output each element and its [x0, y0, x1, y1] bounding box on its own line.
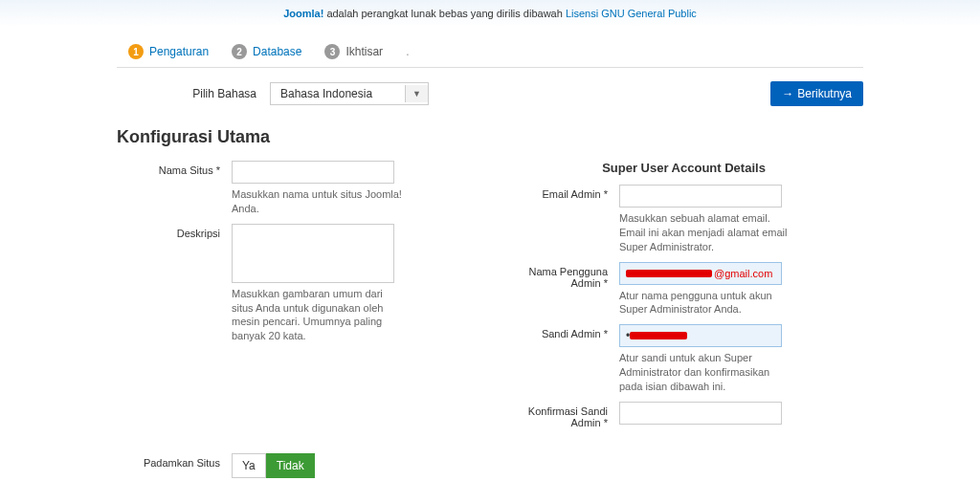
admin-email-label: Email Admin *	[504, 185, 619, 200]
joomla-brand-link[interactable]: Joomla!	[283, 8, 323, 19]
site-name-input[interactable]	[232, 161, 394, 184]
admin-username-label: Nama Pengguna Admin *	[504, 262, 619, 289]
language-label: Pilih Bahasa	[117, 87, 270, 100]
language-select[interactable]: Bahasa Indonesia ▼	[270, 82, 429, 105]
language-value: Bahasa Indonesia	[271, 83, 405, 104]
site-offline-toggle[interactable]: Ya Tidak	[232, 453, 315, 478]
site-offline-label: Padamkan Situs	[117, 453, 232, 469]
description-help: Masukkan gambaran umum dari situs Anda u…	[232, 287, 404, 343]
site-name-label: Nama Situs *	[117, 161, 232, 176]
next-button-top[interactable]: → Berikutnya	[770, 81, 863, 106]
admin-email-help: Masukkan sebuah alamat email. Email ini …	[619, 211, 791, 254]
admin-email-input[interactable]	[619, 185, 782, 208]
topbar-text: adalah perangkat lunak bebas yang dirili…	[323, 8, 566, 19]
admin-username-help: Atur nama pengguna untuk akun Super Admi…	[619, 289, 791, 317]
admin-confirm-password-input[interactable]	[619, 402, 782, 425]
toggle-ya[interactable]: Ya	[232, 453, 266, 478]
admin-password-input[interactable]: •	[619, 324, 782, 347]
admin-password-label: Sandi Admin *	[504, 324, 619, 339]
description-label: Deskripsi	[117, 224, 232, 239]
tab-pengaturan[interactable]: 1 Pengaturan	[117, 36, 220, 67]
step-tabs: 1 Pengaturan 2 Database 3 Ikhtisar .	[117, 36, 863, 68]
admin-username-input[interactable]: @gmail.com	[619, 262, 782, 285]
tab-label-1: Pengaturan	[149, 45, 209, 58]
next-button-top-label: Berikutnya	[797, 87, 852, 100]
super-user-header: Super User Account Details	[504, 161, 863, 175]
redacted-password	[630, 332, 687, 339]
tab-num-1: 1	[128, 44, 144, 59]
toggle-tidak[interactable]: Tidak	[266, 453, 315, 478]
arrow-right-icon: →	[782, 87, 793, 100]
tab-label-2: Database	[253, 45, 301, 58]
description-textarea[interactable]	[232, 224, 394, 283]
tab-num-2: 2	[232, 44, 247, 59]
license-link[interactable]: Lisensi GNU General Public	[566, 8, 697, 19]
redacted-username	[626, 270, 712, 277]
admin-password-help: Atur sandi untuk akun Super Administrato…	[619, 351, 791, 394]
tab-ikhtisar[interactable]: 3 Ikhtisar	[313, 36, 394, 67]
tab-label-3: Ikhtisar	[345, 45, 383, 58]
chevron-down-icon[interactable]: ▼	[405, 85, 428, 102]
admin-confirm-password-label: Konfirmasi Sandi Admin *	[504, 402, 619, 428]
tab-num-3: 3	[324, 44, 340, 59]
tab-database[interactable]: 2 Database	[220, 36, 313, 67]
site-name-help: Masukkan nama untuk situs Joomla! Anda.	[232, 187, 404, 216]
page-title: Konfigurasi Utama	[117, 127, 863, 147]
username-suffix: @gmail.com	[714, 268, 772, 279]
top-license-bar: Joomla! adalah perangkat lunak bebas yan…	[0, 0, 980, 27]
tab-extra-dot: .	[394, 37, 420, 66]
